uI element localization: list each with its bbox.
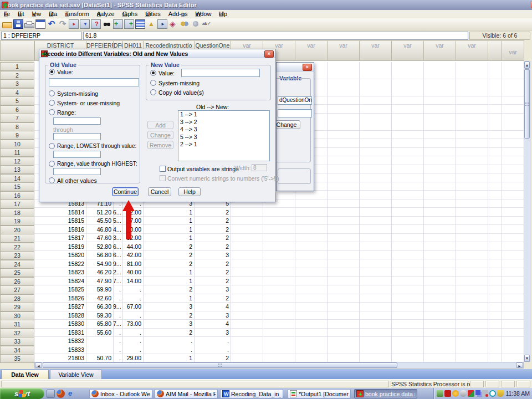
data-cell[interactable]: 55.60 (86, 329, 111, 337)
data-cell[interactable]: 2 (194, 294, 229, 303)
close-icon[interactable]: × (264, 50, 274, 58)
tray-utility[interactable] (437, 390, 443, 397)
row-header-22[interactable]: 22 (0, 243, 34, 252)
row-header-31[interactable]: 31 (0, 320, 34, 329)
tray-ati[interactable] (444, 390, 451, 397)
menu-graphs[interactable]: Graphs (119, 11, 142, 17)
data-cell[interactable]: 42.60 (86, 294, 111, 303)
tray-quicktime[interactable] (489, 390, 496, 397)
column-header-var[interactable]: var (391, 40, 424, 61)
menu-view[interactable]: View (28, 11, 45, 17)
data-cell[interactable]: 14.00 (122, 277, 141, 286)
menu-analyze[interactable]: Analyze (93, 11, 119, 17)
data-cell[interactable]: 2 (143, 260, 192, 269)
output-variable-label-field[interactable] (278, 109, 312, 117)
data-cell[interactable]: 15833 (34, 346, 84, 355)
row-header-5[interactable]: 5 (0, 96, 34, 105)
row-header-11[interactable]: 11 (0, 148, 34, 157)
tab-data-view[interactable]: Data View (1, 370, 49, 379)
row-header-9[interactable]: 9 (0, 131, 34, 140)
data-cell[interactable]: 3 (194, 251, 229, 260)
row-header-8[interactable]: 8 (0, 122, 34, 131)
data-cell[interactable]: 1 (143, 277, 192, 286)
row-header-10[interactable]: 10 (0, 140, 34, 149)
data-cell[interactable]: 2 (143, 251, 192, 260)
find-icon[interactable] (102, 19, 112, 29)
row-header-24[interactable]: 24 (0, 260, 34, 269)
insert-cases-icon[interactable] (113, 19, 123, 29)
menu-edit[interactable]: Edit (14, 11, 28, 17)
data-cell[interactable]: 54.90 (86, 260, 111, 269)
scroll-down-icon[interactable]: ▼ (524, 355, 530, 362)
data-cell[interactable]: 2 (143, 311, 192, 320)
row-header-18[interactable]: 18 (0, 208, 34, 217)
data-cell[interactable]: 56.80 (86, 251, 111, 260)
data-cell[interactable]: 1 (143, 234, 192, 243)
add-button[interactable]: Add (147, 121, 173, 129)
data-cell[interactable]: 15827 (34, 303, 84, 311)
data-cell[interactable]: 6... (113, 208, 121, 217)
tray-antivirus[interactable] (468, 390, 474, 397)
row-header-14[interactable]: 14 (0, 174, 34, 183)
select-cases-icon[interactable] (157, 19, 167, 29)
data-cell[interactable]: 15817 (34, 234, 84, 243)
old-new-mapping[interactable]: 2 --> 1 (178, 141, 269, 149)
menu-help[interactable]: Help (215, 11, 231, 17)
data-cell[interactable]: . (113, 294, 121, 303)
row-header-16[interactable]: 16 (0, 191, 34, 200)
data-cell[interactable]: 15831 (34, 329, 84, 337)
data-cell[interactable]: 15832 (34, 337, 84, 346)
copy-old-values-radio[interactable] (150, 89, 156, 95)
data-cell[interactable]: 47.90 (86, 277, 111, 286)
data-cell[interactable]: . (113, 329, 121, 337)
continue-button[interactable]: Continue (112, 187, 139, 196)
horizontal-scroll-thumb[interactable] (43, 362, 397, 368)
change-button[interactable]: Change (147, 131, 173, 139)
row-header-35[interactable]: 35 (0, 354, 34, 363)
data-cell[interactable]: . (143, 346, 192, 355)
data-cell[interactable]: 2 (194, 268, 229, 277)
dialog-recall-icon[interactable] (35, 19, 45, 29)
goto-variable-icon[interactable] (80, 19, 90, 29)
convert-numeric-checkbox[interactable] (160, 175, 166, 181)
data-cell[interactable]: 2... (113, 268, 121, 277)
row-header-15[interactable]: 15 (0, 182, 34, 191)
data-cell[interactable]: . (122, 311, 141, 320)
data-cell[interactable]: 73.00 (122, 320, 141, 329)
range-highest-input[interactable] (53, 168, 101, 175)
data-cell[interactable]: 66.30 (86, 303, 111, 311)
horizontal-scrollbar[interactable]: ◄ ► (34, 362, 524, 369)
remove-button[interactable]: Remove (147, 141, 173, 149)
column-header-var[interactable]: var (502, 40, 524, 61)
open-file-icon[interactable] (2, 22, 12, 28)
tray-display[interactable] (482, 390, 488, 397)
data-cell[interactable]: . (113, 285, 121, 294)
data-cell[interactable]: 4... (113, 226, 121, 234)
data-cell[interactable]: 15824 (34, 277, 84, 286)
new-value-input[interactable] (181, 69, 260, 77)
data-cell[interactable]: . (113, 337, 121, 346)
range-from-input[interactable] (53, 117, 101, 125)
row-header-32[interactable]: 32 (0, 329, 34, 337)
column-header-var[interactable]: var (295, 40, 328, 61)
data-cell[interactable]: . (194, 337, 229, 346)
data-cell[interactable]: 2 (194, 217, 229, 226)
data-cell[interactable]: . (122, 329, 141, 337)
row-header-21[interactable]: 21 (0, 234, 34, 243)
taskbar-button[interactable]: book practice data se... (354, 389, 417, 398)
data-cell[interactable]: . (122, 285, 141, 294)
output-variable-name-field[interactable]: dQuestionOne (278, 96, 312, 105)
vertical-scrollbar[interactable]: ▲ ▼ (524, 61, 530, 362)
data-cell[interactable]: 45.50 (86, 217, 111, 226)
row-header-20[interactable]: 20 (0, 226, 34, 234)
row-header-17[interactable]: 17 (0, 200, 34, 208)
data-cell[interactable]: 15825 (34, 285, 84, 294)
data-cell[interactable]: 81.00 (122, 260, 141, 269)
data-cell[interactable]: . (113, 354, 121, 363)
row-header-25[interactable]: 25 (0, 268, 34, 277)
use-variable-sets-icon[interactable] (180, 19, 190, 29)
row-header-3[interactable]: 3 (0, 79, 34, 88)
row-header-23[interactable]: 23 (0, 251, 34, 260)
data-cell[interactable]: 40.00 (122, 268, 141, 277)
cell-reference-box[interactable]: 1 : DPFEIERP (1, 32, 82, 40)
